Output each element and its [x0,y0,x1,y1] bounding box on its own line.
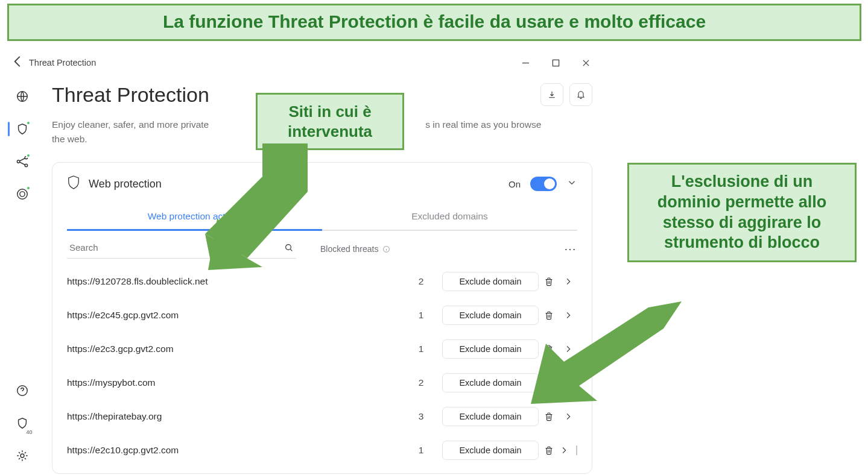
trash-icon [544,412,554,421]
svg-point-8 [21,454,24,458]
table-row: https://e2c45.gcp.gvt2.com 1 Exclude dom… [67,298,577,332]
download-report-button[interactable] [540,83,563,106]
shield-outline-icon [67,175,80,193]
annotation-banner: La funzione Threat Protection è facile d… [7,4,861,41]
blocked-threats-header: Blocked threats [320,244,441,254]
annotation-callout-sites: Siti in cui è intervenuta [256,93,404,150]
stats-badge: 40 [25,429,33,435]
toggle-status-label: On [508,179,521,189]
delete-row-button[interactable] [539,445,559,455]
minimize-icon [522,59,530,67]
left-nav-rail: 40 [6,81,39,467]
close-icon [582,59,590,67]
exclude-domain-button[interactable]: Exclude domain [442,407,539,426]
row-url: https://e2c10.gcp.gvt2.com [67,445,400,456]
table-row: https://e2c10.gcp.gvt2.com 1 Exclude dom… [67,433,577,467]
gear-icon [16,449,29,462]
nav-globe[interactable] [11,86,33,107]
delete-row-button[interactable] [539,412,559,421]
nav-settings[interactable] [11,445,33,467]
page-title: Threat Protection [52,83,209,107]
annotation-callout-exclusion: L'esclusione di un dominio permette allo… [627,163,857,262]
exclude-domain-button[interactable]: Exclude domain [442,441,539,460]
window-close-button[interactable] [571,53,601,72]
titlebar: Threat Protection [4,49,607,76]
exclude-domain-button[interactable]: Exclude domain [442,373,539,392]
download-icon [547,90,557,99]
row-details-button[interactable] [559,445,577,455]
nav-meshnet[interactable] [11,151,33,172]
row-url: https://myspybot.com [67,377,400,388]
table-row: https://9120728.fls.doubleclick.net 2 Ex… [67,265,577,298]
svg-point-6 [19,192,24,197]
annotation-arrow-icon [525,301,682,404]
trash-icon [544,277,554,286]
delete-row-button[interactable] [539,277,559,286]
nav-stats[interactable]: 40 [11,412,33,434]
trash-icon [544,445,554,455]
row-count: 2 [400,276,442,287]
table-row: https://thepiratebay.org 3 Exclude domai… [67,400,577,433]
row-count: 1 [400,344,442,354]
arrow-left-icon [10,54,25,69]
row-url: https://e2c45.gcp.gvt2.com [67,310,400,321]
maximize-icon [552,59,560,67]
web-protection-toggle[interactable] [530,177,557,191]
row-count: 1 [400,445,442,456]
status-dot-icon [26,153,31,158]
exclude-domain-button[interactable]: Exclude domain [442,272,539,291]
back-button[interactable] [10,54,25,72]
info-icon [382,245,390,253]
chevron-right-icon [563,412,573,421]
more-actions-button[interactable]: ⋯ [562,242,577,256]
row-count: 1 [400,310,442,321]
window-minimize-button[interactable] [510,53,540,72]
nav-darkweb[interactable] [11,183,33,205]
status-dot-icon [26,121,31,125]
row-details-button[interactable] [559,277,577,286]
row-details-button[interactable] [559,412,577,421]
nav-help[interactable] [11,380,33,401]
row-count: 2 [400,377,442,388]
chevron-right-icon [559,445,569,455]
bell-icon [576,90,586,99]
globe-icon [16,90,29,103]
table-row: https://e2c3.gcp.gvt2.com 1 Exclude doma… [67,332,577,366]
chevron-down-icon [566,177,577,188]
card-title: Web protection [89,178,162,190]
web-protection-card: Web protection On Web protection activit… [52,162,592,474]
row-url: https://thepiratebay.org [67,411,400,422]
row-count: 3 [400,411,442,422]
svg-point-5 [17,189,27,200]
exclude-domain-button[interactable]: Exclude domain [442,339,539,359]
notifications-button[interactable] [569,83,592,106]
row-url: https://e2c3.gcp.gvt2.com [67,344,400,354]
row-url: https://9120728.fls.doubleclick.net [67,276,400,287]
window-maximize-button[interactable] [540,53,571,72]
tab-excluded-domains[interactable]: Excluded domains [322,205,577,231]
exclude-domain-button[interactable]: Exclude domain [442,306,539,325]
svg-rect-0 [553,60,559,66]
table-row: https://myspybot.com 2 Exclude domain [67,366,577,400]
status-dot-icon [26,186,31,190]
window-title: Threat Protection [29,58,96,68]
shield-small-icon [16,417,29,430]
nav-threat-protection[interactable] [11,118,33,140]
annotation-arrow-icon [199,143,320,270]
expand-card-button[interactable] [566,177,577,190]
help-icon [16,384,29,397]
chevron-right-icon [563,277,573,286]
